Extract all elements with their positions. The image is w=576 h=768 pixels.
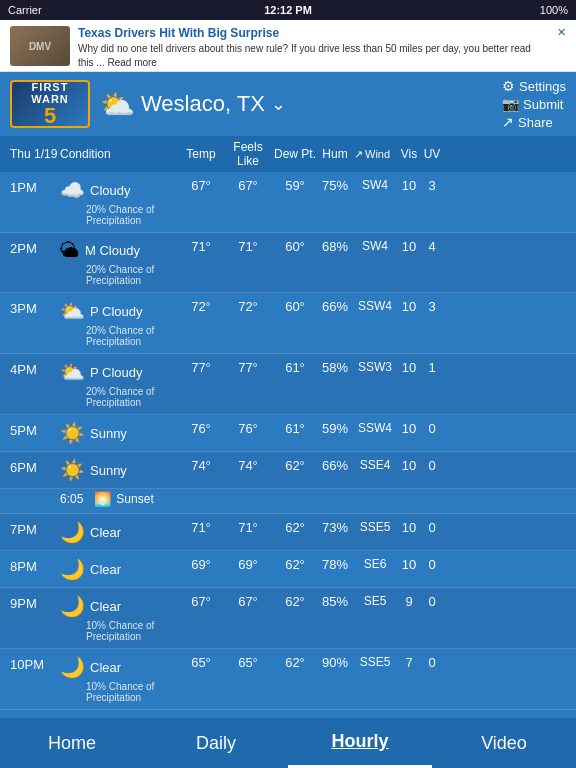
condition-icon: ☀️ [60, 458, 85, 482]
row-temp: 74° [180, 458, 222, 473]
row-uv: 0 [422, 520, 442, 535]
share-icon: ↗ [502, 114, 514, 130]
row-dew: 62° [274, 557, 316, 572]
condition-icon: 🌥 [60, 239, 80, 262]
row-feels: 65° [222, 655, 274, 670]
table-row: 1PM ☁️ Cloudy 20% Chance of Precipitatio… [0, 172, 576, 233]
submit-label: Submit [523, 97, 563, 112]
row-uv: 3 [422, 299, 442, 314]
condition-text: Clear [90, 599, 121, 614]
row-vis: 10 [396, 239, 422, 254]
row-hum: 73% [316, 520, 354, 535]
row-uv: 1 [422, 360, 442, 375]
row-vis: 9 [396, 594, 422, 609]
status-bar: Carrier 12:12 PM 100% [0, 0, 576, 20]
nav-daily[interactable]: Daily [144, 718, 288, 768]
row-uv: 3 [422, 178, 442, 193]
row-vis: 10 [396, 520, 422, 535]
col-temp: Temp [180, 147, 222, 161]
nav-video[interactable]: Video [432, 718, 576, 768]
nav-home[interactable]: Home [0, 718, 144, 768]
row-uv: 0 [422, 655, 442, 670]
condition-icon: 🌙 [60, 557, 85, 581]
row-condition-area: ☀️ Sunny [60, 458, 180, 482]
row-feels: 69° [222, 557, 274, 572]
location-area[interactable]: ⛅ Weslaco, TX ⌄ [100, 88, 566, 121]
table-row: 5PM ☀️ Sunny 76° 76° 61° 59% SSW4 10 0 [0, 415, 576, 452]
table-row: 4PM ⛅ P Cloudy 20% Chance of Precipitati… [0, 354, 576, 415]
row-temp: 65° [180, 655, 222, 670]
row-time: 3PM [10, 299, 60, 316]
col-date: Thu 1/19 [10, 147, 60, 161]
row-temp: 67° [180, 594, 222, 609]
row-dew: 60° [274, 239, 316, 254]
battery-label: 100% [540, 4, 568, 16]
row-condition-area: 🌙 Clear [60, 557, 180, 581]
wind-arrow-icon: ↗ [354, 148, 363, 161]
row-wind: SSW4 [354, 421, 396, 435]
row-temp: 67° [180, 178, 222, 193]
row-hum: 85% [316, 594, 354, 609]
logo: FIRST WARN 5 [10, 80, 90, 128]
weather-scroll-area[interactable]: 1PM ☁️ Cloudy 20% Chance of Precipitatio… [0, 172, 576, 722]
row-uv: 0 [422, 458, 442, 473]
row-dew: 60° [274, 299, 316, 314]
col-feels: Feels Like [222, 140, 274, 168]
condition-text: Sunny [90, 463, 127, 478]
nav-hourly[interactable]: Hourly [288, 718, 432, 768]
condition-text: Clear [90, 525, 121, 540]
row-wind: SSE5 [354, 655, 396, 669]
table-row: 7PM 🌙 Clear 71° 71° 62° 73% SSE5 10 0 [0, 514, 576, 551]
header-actions: ⚙ Settings 📷 Submit ↗ Share [502, 78, 566, 130]
row-vis: 7 [396, 655, 422, 670]
row-vis: 10 [396, 458, 422, 473]
row-time: 9PM [10, 594, 60, 611]
row-feels: 67° [222, 594, 274, 609]
table-row: 10PM 🌙 Clear 10% Chance of Precipitation… [0, 649, 576, 710]
table-row: 3PM ⛅ P Cloudy 20% Chance of Precipitati… [0, 293, 576, 354]
row-wind: SE5 [354, 594, 396, 608]
condition-icon: ⛅ [60, 360, 85, 384]
table-row: 9PM 🌙 Clear 10% Chance of Precipitation … [0, 588, 576, 649]
sunset-time: 6:05 [60, 492, 83, 506]
time-label: 12:12 PM [264, 4, 312, 16]
nav-video-label: Video [481, 733, 527, 754]
ad-body: Why did no one tell drivers about this n… [78, 42, 549, 70]
carrier-label: Carrier [8, 4, 42, 16]
row-time: 6PM [10, 458, 60, 475]
row-wind: SW4 [354, 239, 396, 253]
row-feels: 74° [222, 458, 274, 473]
table-header: Thu 1/19 Condition Temp Feels Like Dew P… [0, 136, 576, 172]
row-dew: 62° [274, 594, 316, 609]
col-dew: Dew Pt. [274, 147, 316, 161]
row-condition-area: 🌙 Clear 10% Chance of Precipitation [60, 655, 180, 703]
bottom-nav: Home Daily Hourly Video [0, 718, 576, 768]
ad-banner[interactable]: DMV Texas Drivers Hit With Big Surprise … [0, 20, 576, 72]
ad-close-button[interactable]: ✕ [557, 26, 566, 39]
table-row: 2PM 🌥 M Cloudy 20% Chance of Precipitati… [0, 233, 576, 293]
settings-button[interactable]: ⚙ Settings [502, 78, 566, 94]
col-hum: Hum [316, 147, 354, 161]
row-uv: 0 [422, 421, 442, 436]
condition-icon: 🌙 [60, 520, 85, 544]
row-wind: SSW3 [354, 360, 396, 374]
submit-button[interactable]: 📷 Submit [502, 96, 566, 112]
precip-text: 20% Chance of Precipitation [86, 325, 180, 347]
row-hum: 66% [316, 299, 354, 314]
row-time: 8PM [10, 557, 60, 574]
precip-text: 20% Chance of Precipitation [86, 204, 180, 226]
camera-icon: 📷 [502, 96, 519, 112]
row-dew: 59° [274, 178, 316, 193]
condition-text: Cloudy [90, 183, 130, 198]
location-chevron-icon[interactable]: ⌄ [271, 93, 286, 115]
row-vis: 10 [396, 178, 422, 193]
location-name: Weslaco, TX [141, 91, 265, 117]
ad-title: Texas Drivers Hit With Big Surprise [78, 26, 549, 42]
share-button[interactable]: ↗ Share [502, 114, 566, 130]
row-time: 2PM [10, 239, 60, 256]
row-temp: 72° [180, 299, 222, 314]
header: FIRST WARN 5 ⛅ Weslaco, TX ⌄ ⚙ Settings … [0, 72, 576, 136]
row-hum: 59% [316, 421, 354, 436]
condition-text: P Cloudy [90, 304, 143, 319]
row-feels: 71° [222, 520, 274, 535]
